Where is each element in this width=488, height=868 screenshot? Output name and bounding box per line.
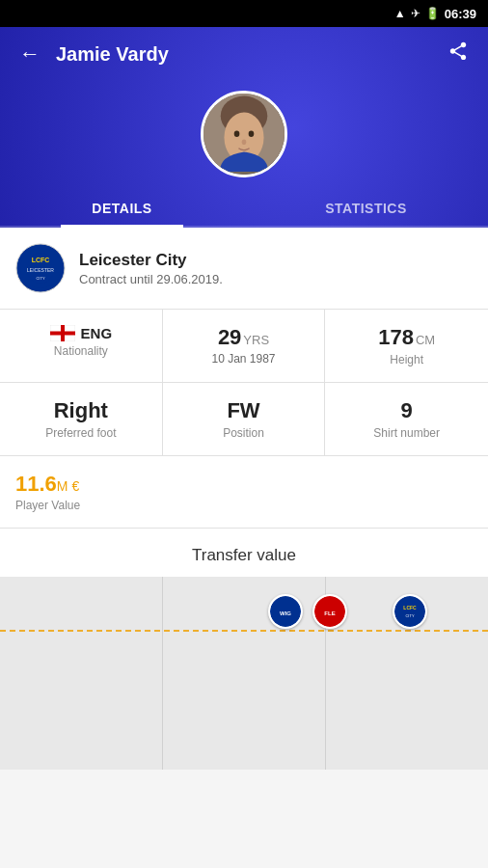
transfer-section: Transfer value WIG FLE (0, 529, 488, 770)
dob: 10 Jan 1987 (171, 352, 317, 366)
chart-trend-line (0, 630, 488, 632)
main-content: LCFC LEICESTER CITY Leicester City Contr… (0, 228, 488, 770)
stats-row-1: ENG Nationality 29YRS 10 Jan 1987 178CM … (0, 310, 488, 383)
tab-details[interactable]: DETAILS (0, 191, 244, 226)
svg-text:LEICESTER: LEICESTER (27, 267, 54, 273)
share-button[interactable] (444, 37, 473, 71)
status-time: 06:39 (445, 7, 476, 21)
svg-point-3 (234, 131, 240, 138)
svg-text:WIG: WIG (280, 610, 291, 616)
player-value-row: 11.6M € Player Value (0, 456, 488, 529)
age-value: 29YRS (171, 325, 317, 350)
wigan-badge-svg: WIG (270, 596, 301, 627)
svg-text:CITY: CITY (36, 276, 44, 281)
avatar-image (203, 94, 285, 175)
height-value: 178CM (333, 325, 480, 350)
england-flag (50, 325, 75, 341)
shirt-cell: 9 Shirt number (325, 383, 488, 455)
leicester-badge-small-svg: LCFC CITY (394, 596, 425, 627)
club-info: Leicester City Contract until 29.06.2019… (79, 251, 223, 286)
tab-bar: DETAILS STATISTICS (0, 191, 488, 228)
battery-icon: 🔋 (425, 7, 440, 20)
position-cell: FW Position (163, 383, 326, 455)
back-button[interactable]: ← (15, 38, 44, 70)
header: ← Jamie Vardy (0, 27, 488, 228)
position-label: Position (171, 426, 317, 440)
airplane-icon: ✈ (411, 7, 420, 20)
foot-label: Preferred foot (8, 426, 154, 440)
player-photo-svg (203, 94, 285, 175)
status-icons: ▲ ✈ 🔋 06:39 (394, 7, 476, 21)
club-contract: Contract until 29.06.2019. (79, 272, 223, 286)
player-value-amount: 11.6M € (15, 472, 473, 497)
stats-row-2: Right Preferred foot FW Position 9 Shirt… (0, 383, 488, 456)
club-logo: LCFC LEICESTER CITY (15, 243, 66, 293)
age-cell: 29YRS 10 Jan 1987 (163, 310, 326, 382)
height-cell: 178CM Height (325, 310, 488, 382)
share-icon (447, 41, 469, 62)
position-value: FW (171, 398, 317, 423)
transfer-title: Transfer value (0, 529, 488, 577)
svg-point-5 (242, 139, 247, 145)
avatar-container (0, 81, 488, 177)
nationality-code: ENG (81, 325, 113, 341)
shirt-label: Shirt number (333, 426, 480, 440)
fleetwood-badge-svg: FLE (314, 596, 345, 627)
shirt-value: 9 (333, 398, 480, 423)
club-name: Leicester City (79, 251, 223, 270)
club-badge-3: LCFC CITY (393, 594, 427, 629)
svg-text:LCFC: LCFC (32, 257, 50, 263)
svg-point-19 (394, 596, 425, 627)
nationality-cell: ENG Nationality (0, 310, 163, 382)
svg-text:LCFC: LCFC (403, 605, 417, 610)
nationality-flag-row: ENG (8, 325, 154, 341)
player-value-label: Player Value (15, 499, 473, 512)
svg-point-4 (249, 131, 255, 138)
club-badge-1: WIG (268, 594, 303, 629)
status-bar: ▲ ✈ 🔋 06:39 (0, 0, 488, 27)
player-name: Jamie Vardy (56, 43, 444, 66)
club-row: LCFC LEICESTER CITY Leicester City Contr… (0, 228, 488, 310)
wifi-icon: ▲ (394, 7, 406, 20)
foot-value: Right (8, 398, 154, 423)
svg-text:CITY: CITY (405, 613, 414, 618)
header-top: ← Jamie Vardy (0, 27, 488, 81)
svg-rect-14 (50, 332, 75, 336)
nationality-label: Nationality (8, 344, 154, 358)
height-label: Height (333, 353, 480, 366)
svg-text:FLE: FLE (324, 610, 335, 616)
avatar (201, 91, 287, 177)
transfer-chart: WIG FLE LCFC CITY (0, 577, 488, 770)
foot-cell: Right Preferred foot (0, 383, 163, 455)
chart-col-1 (0, 577, 163, 770)
club-badge-2: FLE (312, 594, 347, 629)
tab-statistics[interactable]: STATISTICS (244, 191, 488, 226)
